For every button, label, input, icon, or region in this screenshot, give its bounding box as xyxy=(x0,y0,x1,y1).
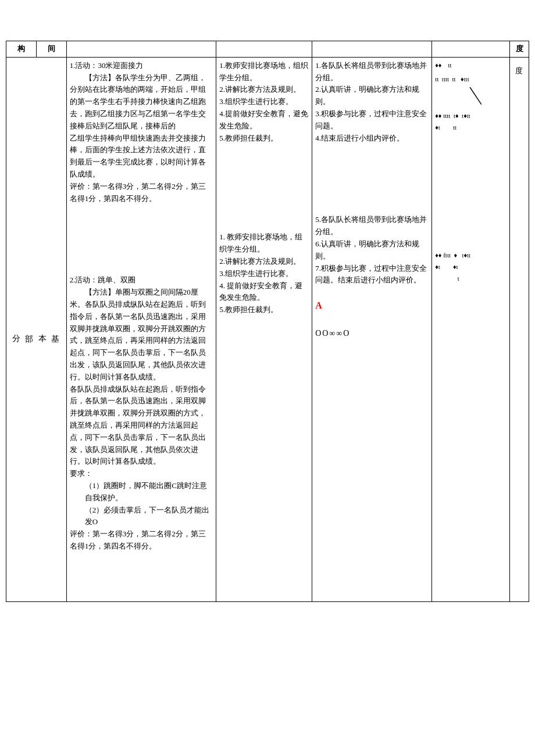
du-label: 度 xyxy=(513,60,525,62)
student2-line2: 6.认真听讲，明确比赛方法和规则。 xyxy=(315,238,429,263)
sym-row6: ♦t ♦t xyxy=(435,261,507,273)
sym-spacer2 xyxy=(435,134,507,250)
header-gou: 构 xyxy=(6,41,37,58)
activity2-desc: 各队队员排成纵队站在起跑后，听到指令后，各队第一名队员迅速跑出，采用双脚并拢跳单… xyxy=(70,384,213,468)
teacher1-block: 1.教师安排比赛场地，组织学生分组。 2.讲解比赛方法及规则。 3.组织学生进行… xyxy=(219,60,309,145)
circles-block: OO∞∞O xyxy=(315,327,429,340)
activity2-req2: （2）必须击掌后，下一名队员才能出发O xyxy=(70,504,213,529)
sym-row3: ♦♦ tttt t♦ t♦tt xyxy=(435,110,507,122)
section-label: 基本部分 xyxy=(9,328,62,331)
student1-line3: 3.积极参与比赛，过程中注意安全问题。 xyxy=(315,108,429,132)
teacher2-line3: 4. 提前做好安全教育，避免发生危险。 xyxy=(219,280,309,304)
header-jian: 间 xyxy=(36,41,66,58)
student2-block: 5.各队队长将组员带到比赛场地并分组。 6.认真听讲，明确比赛方法和规则。 7.… xyxy=(315,214,429,286)
sym-slash xyxy=(435,87,507,105)
teacher1-line2: 2.讲解比赛方法及规则。 xyxy=(219,84,309,96)
teacher2-line1: 2.讲解比赛方法及规则。 xyxy=(219,256,309,268)
teacher2-pre: 1. 教师安排比赛场地，组织学生分组。 xyxy=(219,231,309,256)
activity2-eval: 评价：第一名得3分，第二名得2分，第三名得1分，第四名不得分。 xyxy=(70,528,213,553)
activity1-desc2: 乙组学生持棒向甲组快速跑去并交接接力棒，后面的学生按上述方法依次进行，直到最后一… xyxy=(70,132,213,181)
symbols-top-block: ♦♦ tt tt tttt tt ♦ttt xyxy=(435,60,507,105)
teacher1-line1: 1.教师安排比赛场地，组织学生分组。 xyxy=(219,60,309,84)
activity1-title: 1.活动：30米迎面接力 xyxy=(70,60,213,72)
teacher2-line4: 5.教师担任裁判。 xyxy=(219,304,309,316)
main-table: 构 间 度 基本部分 1.活动：30米迎面接力 【方法】各队学生分为甲、乙两组，… xyxy=(6,41,529,602)
teacher2-block: 1. 教师安排比赛场地，组织学生分组。 2.讲解比赛方法及规则。 3.组织学生进… xyxy=(219,231,309,316)
sym-row4: ♦t tt xyxy=(435,122,507,134)
circles-text: OO∞∞O xyxy=(315,329,350,338)
student1-line1: 1.各队队长将组员带到比赛场地并分组。 xyxy=(315,60,429,84)
student-content-cell: 1.各队队长将组员带到比赛场地并分组。 2.认真听讲，明确比赛方法和规则。 3.… xyxy=(312,57,432,601)
activity1-eval: 评价：第一名得3分，第二名得2分，第三名得1分，第四名不得分。 xyxy=(70,181,213,205)
spacer1 xyxy=(70,205,213,274)
header-right xyxy=(432,41,510,58)
activity2-req-title: 要求： xyxy=(70,468,213,480)
main-content-row: 基本部分 1.活动：30米迎面接力 【方法】各队学生分为甲、乙两组，分别站在比赛… xyxy=(6,57,529,601)
sym-spacer3 xyxy=(435,284,507,331)
student1-line2: 2.认真听讲，明确比赛方法和规则。 xyxy=(315,84,429,108)
sym-row1: ♦♦ tt xyxy=(435,60,507,71)
activity-content-cell: 1.活动：30米迎面接力 【方法】各队学生分为甲、乙两组，分别站在比赛场地的两端… xyxy=(66,57,216,601)
activity2-req1: （1）跳圈时，脚不能出圈C跳时注意自我保护。 xyxy=(70,480,213,504)
header-row: 构 间 度 xyxy=(6,41,529,58)
teacher-spacer1 xyxy=(219,144,309,231)
red-a-block: A xyxy=(315,298,429,313)
student1-line4: 4.结束后进行小组内评价。 xyxy=(315,132,429,145)
activity2-title: 2.活动：跳单、双圈 xyxy=(70,274,213,286)
slash-svg xyxy=(435,87,482,105)
symbols-bottom-block: ♦♦ fttt ♦ t♦tt ♦t ♦t t xyxy=(435,250,507,284)
teacher2-line2: 3.组织学生进行比赛。 xyxy=(219,268,309,280)
activity1-method: 【方法】各队学生分为甲、乙两组，分别站在比赛场地的两端，开始后，甲组的第一名学生… xyxy=(70,72,213,132)
student2-line3: 7.积极参与比赛，过程中注意安全问题。结束后进行小组内评价。 xyxy=(315,263,429,287)
student-spacer4 xyxy=(315,340,429,386)
header-content1 xyxy=(66,41,216,58)
teacher-content-cell: 1.教师安排比赛场地，组织学生分组。 2.讲解比赛方法及规则。 3.组织学生进行… xyxy=(216,57,312,601)
du-cell: 度 xyxy=(510,57,529,601)
teacher1-line4: 4.提前做好安全教育，避免发生危险。 xyxy=(219,108,309,132)
student-spacer2 xyxy=(315,286,429,298)
sym-row5: ♦♦ fttt ♦ t♦tt xyxy=(435,250,507,261)
svg-line-0 xyxy=(470,87,482,105)
symbols-mid-block: ♦♦ tttt t♦ t♦tt ♦t tt xyxy=(435,110,507,134)
header-content2 xyxy=(216,41,312,58)
spacer2 xyxy=(70,553,213,599)
header-du: 度 xyxy=(510,41,529,58)
sym-row7: t xyxy=(435,273,507,285)
activity2-method: 【方法】单圈与双圈之间间隔20厘米。各队队员排成纵队站在起跑后，听到指令后，各队… xyxy=(70,286,213,383)
sym-row2: tt tttt tt ♦ttt xyxy=(435,74,507,85)
student-spacer3 xyxy=(315,313,429,325)
teacher1-line5: 5.教师担任裁判。 xyxy=(219,132,309,145)
sym-spacer1 xyxy=(435,105,507,110)
teacher1-line3: 3.组织学生进行比赛。 xyxy=(219,96,309,108)
header-content3 xyxy=(312,41,432,58)
student2-line1: 5.各队队长将组员带到比赛场地并分组。 xyxy=(315,214,429,238)
red-a: A xyxy=(315,300,322,310)
section-label-cell: 基本部分 xyxy=(6,57,67,601)
symbols-cell: ♦♦ tt tt tttt tt ♦ttt ♦♦ tttt t♦ t♦tt ♦t… xyxy=(432,57,510,601)
student-spacer1 xyxy=(315,144,429,214)
activity1-block: 1.活动：30米迎面接力 【方法】各队学生分为甲、乙两组，分别站在比赛场地的两端… xyxy=(70,60,213,205)
teacher-spacer2 xyxy=(219,316,309,363)
activity2-block: 2.活动：跳单、双圈 【方法】单圈与双圈之间间隔20厘米。各队队员排成纵队站在起… xyxy=(70,274,213,552)
student1-block: 1.各队队长将组员带到比赛场地并分组。 2.认真听讲，明确比赛方法和规则。 3.… xyxy=(315,60,429,145)
